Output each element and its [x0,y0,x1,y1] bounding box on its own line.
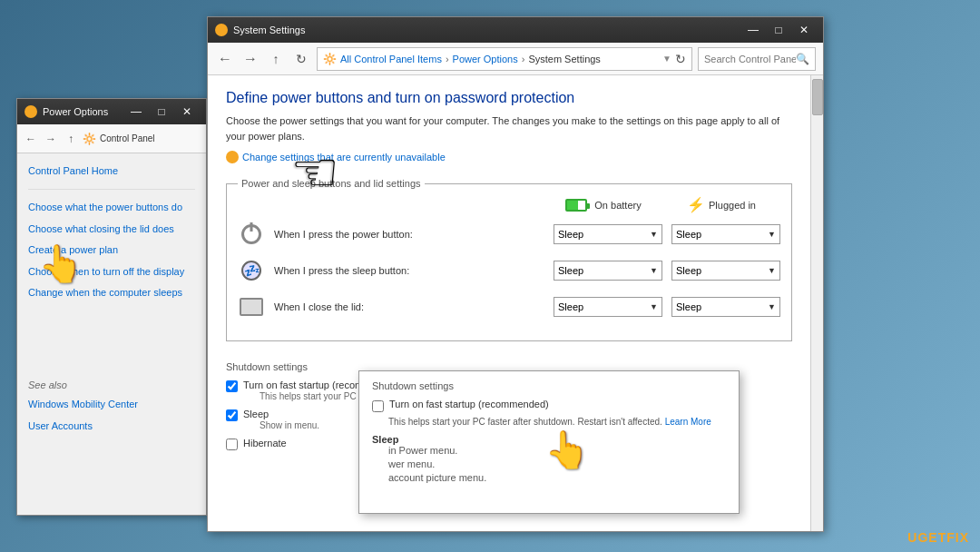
page-description: Choose the power settings that you want … [226,113,792,143]
search-input[interactable] [704,54,796,64]
dropdown-arrow-3: ▼ [650,266,658,275]
popup-learn-more[interactable]: Learn More [665,417,711,427]
maximize-btn[interactable]: □ [767,22,790,38]
popup-fast-startup-label: Turn on fast startup (recommended) [389,399,549,409]
power-battery-dropdown[interactable]: Sleep ▼ [554,224,662,244]
sidebar-link-create-plan[interactable]: Create a power plan [17,240,206,261]
lid-battery-dropdown[interactable]: Sleep ▼ [554,297,662,317]
on-battery-header: On battery [544,199,662,212]
power-buttons-fieldset: Power and sleep buttons and lid settings… [226,178,792,341]
up-button[interactable]: ↑ [63,131,79,147]
change-settings-link[interactable]: Change settings that are currently unava… [226,151,792,163]
fast-startup-checkbox[interactable] [226,380,238,392]
power-options-titlebar: Power Options — □ ✕ [17,99,206,124]
system-settings-icon [215,24,228,36]
power-dropdowns: Sleep ▼ Sleep ▼ [554,224,780,244]
dropdown-arrow-4: ▼ [768,266,776,275]
change-settings-label: Change settings that are currently unava… [242,152,446,163]
sidebar-link-closing-lid[interactable]: Choose what closing the lid does [17,219,206,240]
dropdown-arrow-5: ▼ [650,302,658,311]
minimize-btn[interactable]: — [741,22,765,38]
power-headers-row: On battery ⚡ Plugged in [238,196,780,213]
popup-fast-startup-checkbox[interactable] [372,400,384,412]
popup-menu-item-1: in Power menu. [388,445,726,456]
power-options-title: Power Options [43,106,119,117]
power-button-row: When I press the power button: Sleep ▼ S… [238,221,780,248]
close-btn[interactable]: ✕ [792,22,816,38]
lid-plugged-dropdown[interactable]: Sleep ▼ [671,297,780,317]
minimize-button[interactable]: — [124,104,148,120]
sidebar-link-computer-sleeps[interactable]: Change when the computer sleeps [17,282,206,303]
sleep-icon: 💤 [241,261,261,281]
sidebar-link-mobility-center[interactable]: Windows Mobility Center [17,394,206,415]
sleep-dropdowns: Sleep ▼ Sleep ▼ [554,261,780,281]
address-icon: 🔆 [323,53,337,65]
power-options-window-icon [24,105,37,118]
forward-button[interactable]: → [43,131,59,147]
back-button[interactable]: ← [23,131,39,147]
system-settings-titlebar: System Settings — □ ✕ [208,17,823,43]
addressbar: ← → ↑ ↻ 🔆 All Control Panel Items › Powe… [208,43,823,75]
scrollbar-thumb[interactable] [812,79,823,115]
up-nav-btn[interactable]: ↑ [266,49,286,69]
power-options-addressbar: ← → ↑ 🔆 Control Panel [17,124,206,153]
power-plugged-dropdown[interactable]: Sleep ▼ [671,224,780,244]
refresh-icon[interactable]: ↻ [675,52,686,66]
forward-nav-btn[interactable]: → [240,49,260,69]
sleep-button-icon: 💤 [238,257,265,284]
lid-icon [238,293,265,320]
hibernate-checkbox[interactable] [226,439,238,450]
sleep-sublabel: Show in menu. [260,419,319,432]
search-box[interactable]: 🔍 [698,47,816,71]
popup-fast-startup-sublabel: This helps start your PC faster after sh… [388,416,726,429]
power-buttons-legend: Power and sleep buttons and lid settings [238,178,425,189]
watermark: UGETFIX [907,530,969,545]
power-options-sidebar: Control Panel Home Choose what the power… [17,153,206,444]
plug-icon: ⚡ [687,196,705,213]
sleep-button-row: 💤 When I press the sleep button: Sleep ▼… [238,257,780,284]
address-all-control-panel[interactable]: All Control Panel Items [340,54,442,64]
sidebar-link-power-buttons[interactable]: Choose what the power buttons do [17,197,206,218]
power-options-controls: — □ ✕ [124,104,199,120]
power-button-label: When I press the power button: [274,229,554,240]
sidebar-link-turn-off-display[interactable]: Choose when to turn off the display [17,261,206,282]
page-title: Define power buttons and turn on passwor… [226,90,792,106]
sidebar-control-panel-home[interactable]: Control Panel Home [17,161,206,182]
address-power-options[interactable]: Power Options [453,54,518,64]
titlebar-controls: — □ ✕ [741,22,816,38]
sidebar-link-user-accounts[interactable]: User Accounts [17,416,206,437]
search-icon: 🔍 [796,53,809,65]
sidebar-divider [28,189,195,190]
watermark-prefix: UGET [907,530,946,545]
lid-plugged-value: Sleep [676,301,701,312]
laptop-lid-icon [240,298,263,316]
dropdown-arrow: ▼ [650,230,658,239]
sleep-label: Sleep [243,409,319,419]
lid-row: When I close the lid: Sleep ▼ Sleep ▼ [238,293,780,320]
address-system-settings: System Settings [528,54,600,64]
refresh-nav-btn[interactable]: ↻ [291,49,311,69]
sleep-button-label: When I press the sleep button: [274,265,554,276]
lid-battery-value: Sleep [558,301,583,312]
sleep-checkbox[interactable] [226,409,238,421]
lid-dropdowns: Sleep ▼ Sleep ▼ [554,297,780,317]
back-nav-btn[interactable]: ← [215,49,235,69]
dropdown-arrow-6: ▼ [768,302,776,311]
power-icon [241,224,261,244]
popup-sleep-label: Sleep [372,434,726,445]
sleep-plugged-value: Sleep [676,265,701,276]
system-settings-title: System Settings [233,25,736,35]
dropdown-arrow-2: ▼ [768,230,776,239]
scrollbar-area[interactable] [810,75,823,531]
hibernate-label: Hibernate [243,438,287,448]
maximize-button[interactable]: □ [150,104,173,120]
address-breadcrumb: Control Panel [100,133,201,143]
sleep-battery-dropdown[interactable]: Sleep ▼ [554,261,662,281]
popup-menu-item-2: wer menu. [388,458,726,469]
sleep-plugged-dropdown[interactable]: Sleep ▼ [671,261,780,281]
shutdown-popup-title: Shutdown settings [372,380,726,391]
desktop: Power Options — □ ✕ ← → ↑ 🔆 Control Pane… [0,0,980,552]
address-box: 🔆 All Control Panel Items › Power Option… [317,47,692,71]
close-button[interactable]: ✕ [175,104,199,120]
plugged-in-header: ⚡ Plugged in [662,196,780,213]
